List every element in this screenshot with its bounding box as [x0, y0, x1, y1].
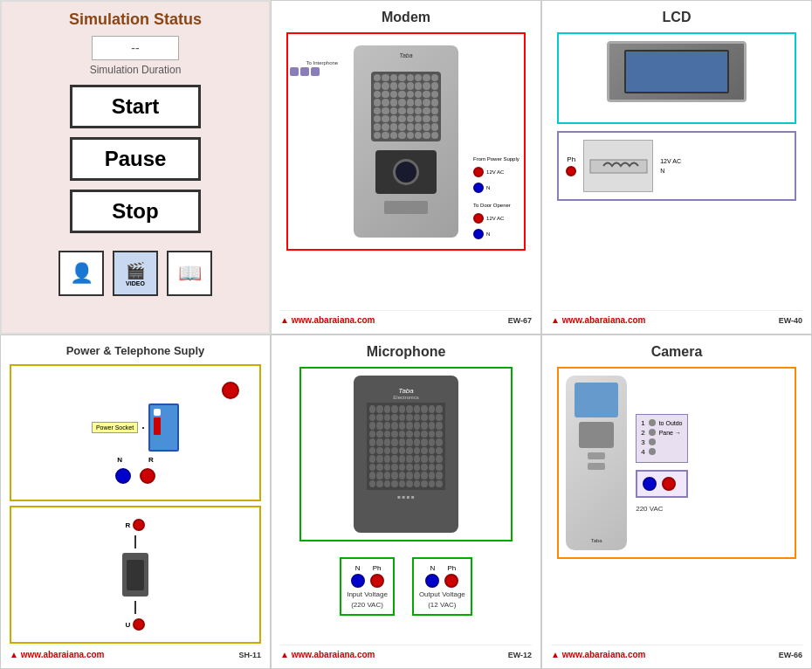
- stop-button[interactable]: Stop: [70, 190, 201, 233]
- mic-speaker-dot: [421, 438, 428, 446]
- mic-speaker-dot: [369, 422, 376, 430]
- speaker-dot: [398, 115, 405, 122]
- modem-btn-1: [290, 67, 299, 76]
- mic-speaker-dot: [436, 472, 443, 479]
- mic-speaker-dot: [376, 464, 383, 472]
- mic-footer: ▲ www.abaraiana.com EW-12: [280, 645, 532, 659]
- camera-red-connector: [662, 477, 676, 491]
- input-voltage-box: N Ph Input Voltage (220 VAC): [340, 557, 395, 616]
- camera-logo: ▲ www.abaraiana.com: [551, 650, 645, 659]
- power-connector-blue: [115, 468, 131, 484]
- speaker-dot: [382, 123, 389, 130]
- mic-speaker-dot: [391, 464, 398, 472]
- mic-speaker-dot: [429, 472, 436, 479]
- connector-red-2: [473, 213, 484, 224]
- camera-lens: [393, 159, 419, 185]
- speaker-dot: [390, 115, 397, 122]
- duration-label: Simulation Duration: [90, 64, 182, 76]
- sim-icons-row: 👤 🎬 VIDEO 📖: [58, 251, 212, 296]
- speaker-dot: [431, 74, 438, 81]
- speaker-dot: [382, 91, 389, 98]
- mic-speaker-dot: [369, 438, 376, 446]
- start-button[interactable]: Start: [70, 85, 201, 128]
- red-circle-top: [222, 382, 239, 399]
- power-footer: ▲ www.abaraiana.com SH-11: [10, 645, 261, 659]
- speaker-dot: [374, 115, 381, 122]
- mic-speaker-dot: [399, 414, 406, 422]
- mic-speaker-dot: [399, 455, 406, 463]
- power-title: Power & Telephone Suply: [66, 344, 205, 357]
- mic-speaker-dot: [406, 422, 413, 430]
- mic-speaker-dot: [414, 480, 421, 488]
- lcd-panel: LCD Ph 12V AC N ▲ www.abaraiana.com EW-4…: [541, 0, 812, 334]
- speaker-dot: [415, 91, 422, 98]
- camera-blue-connector: [643, 477, 657, 491]
- mic-speaker-dot: [414, 438, 421, 446]
- modem-image-container: To Interphone Taba // Will be populated …: [286, 32, 526, 251]
- power-upper-section: Power Socket N R: [10, 364, 261, 501]
- mic-speaker-dot: [429, 480, 436, 488]
- modem-connectors-right: From Power Supply 12V AC N To Door Opene…: [473, 156, 520, 239]
- speaker-dot: [431, 132, 438, 139]
- mic-speaker-dot: [421, 480, 428, 488]
- modem-logo: ▲ www.abaraiana.com: [280, 315, 375, 325]
- mic-speaker-dot: [436, 464, 443, 472]
- connector-red-1: [473, 167, 484, 177]
- speaker-dot: [423, 91, 430, 98]
- mic-speaker-dot: [421, 405, 428, 413]
- speaker-dot: [431, 82, 438, 89]
- mic-title: Microphone: [367, 344, 446, 360]
- speaker-dot: [423, 82, 430, 89]
- speaker-dot: [374, 74, 381, 81]
- mic-speaker-dot: [406, 455, 413, 463]
- mic-speaker-dot: [406, 480, 413, 488]
- mic-n-connector-out: [425, 574, 439, 588]
- mic-speaker-dot: [414, 464, 421, 472]
- pause-button[interactable]: Pause: [70, 137, 201, 181]
- mic-speaker-dot: [414, 431, 421, 438]
- mic-speaker-dot: [429, 431, 436, 438]
- mic-speaker-dot: [391, 405, 398, 413]
- mic-speaker-dot: [421, 455, 428, 463]
- mic-speaker-dot: [369, 455, 376, 463]
- speaker-dot: [382, 132, 389, 139]
- speaker-dot: [415, 132, 422, 139]
- mic-speaker-dot: [436, 431, 443, 438]
- speaker-dot: [407, 132, 414, 139]
- mic-connector-row: N Ph Input Voltage (220 VAC) N Ph: [340, 557, 472, 616]
- mic-speaker-dot: [429, 447, 436, 455]
- mic-speaker-dot: [391, 414, 398, 422]
- speaker-dot: [398, 132, 405, 139]
- camera-handset: Taba: [566, 376, 627, 550]
- person-icon-button[interactable]: 👤: [58, 251, 104, 296]
- camera-right-panel: 1 to Outdo 2 Pane → 3 4: [636, 414, 688, 513]
- mic-speaker-dot: [399, 422, 406, 430]
- lcd-title: LCD: [663, 10, 692, 25]
- mic-speaker-dot: [384, 447, 391, 455]
- circuit-svg: [586, 142, 651, 190]
- mic-speaker-dot: [436, 447, 443, 455]
- mic-speaker-dot: [436, 422, 443, 430]
- mic-speaker-dot: [376, 405, 383, 413]
- mic-speaker-dot: [436, 405, 443, 413]
- to-interphone-label: To Interphone: [290, 60, 338, 76]
- mic-speaker-dot: [421, 464, 428, 472]
- mic-speaker-dot: [369, 464, 376, 472]
- modem-btn-3: [311, 67, 320, 76]
- speaker-dot: [374, 82, 381, 89]
- power-code: SH-11: [238, 651, 261, 659]
- lcd-footer: ▲ www.abaraiana.com EW-40: [551, 310, 802, 325]
- camera-content-box: Taba 1 to Outdo 2 Pane → 3: [557, 367, 796, 559]
- book-icon-button[interactable]: 📖: [167, 251, 212, 296]
- camera-power-connector: [636, 470, 688, 498]
- speaker-dot: [407, 91, 414, 98]
- speaker-dot: [398, 107, 405, 114]
- power-socket-label: Power Socket: [92, 422, 138, 433]
- mic-speaker-dot: [421, 431, 428, 438]
- power-logo: ▲ www.abaraiana.com: [10, 650, 104, 659]
- video-icon-button[interactable]: 🎬 VIDEO: [113, 251, 158, 296]
- mic-speaker-dot: [421, 447, 428, 455]
- modem-device: Taba // Will be populated by JS below: [354, 45, 458, 238]
- power-connector-red: [140, 468, 155, 484]
- mic-speaker-dot: [406, 472, 413, 479]
